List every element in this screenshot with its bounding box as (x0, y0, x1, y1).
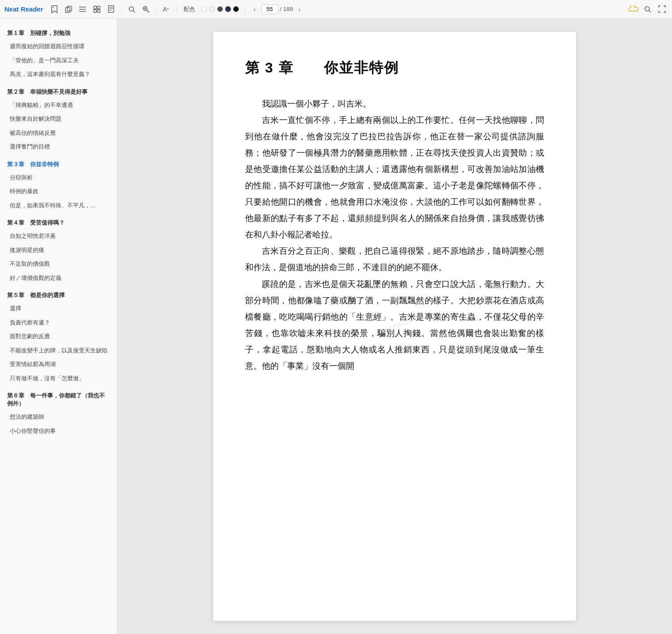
svg-line-23 (649, 11, 651, 12)
sidebar-item-15[interactable]: 選擇 (0, 302, 117, 316)
color-label: 配色 (184, 5, 195, 13)
bookmark-icon[interactable] (49, 4, 60, 15)
svg-rect-8 (94, 10, 96, 12)
app-title: Neat Reader (4, 5, 43, 13)
svg-rect-1 (65, 8, 70, 12)
copy-icon[interactable] (63, 4, 74, 15)
search-icon[interactable] (126, 4, 138, 15)
sidebar: 第１章 別碰撐，別勉強 週而復始的回饋迴路惡性循環 「管他的」是一門高深工夫 馬… (0, 19, 117, 634)
toolbar-right (628, 4, 668, 15)
sidebar-item-19[interactable]: 受害情結窮為周湖 (0, 358, 117, 372)
next-page-button[interactable]: › (295, 4, 304, 14)
grid-view-icon[interactable] (91, 4, 103, 15)
sidebar-item-14[interactable]: 好／壞價值觀的定義 (0, 271, 117, 286)
sep4 (245, 5, 246, 14)
sidebar-item-2[interactable]: 「管他的」是一門高深工夫 (0, 54, 117, 68)
sidebar-item-6[interactable]: 被高估的情緒反應 (0, 126, 117, 141)
sidebar-item-5[interactable]: 快樂來自於解決問題 (0, 112, 117, 126)
content-area: nayona.cn 第 3 章 你並非特例 我認識一個小夥子，叫吉米。 吉米一直… (117, 19, 672, 634)
sidebar-item-8[interactable]: 分辯與析 (0, 171, 117, 185)
cloud-sync-icon[interactable] (628, 4, 639, 15)
sidebar-item-20[interactable]: 只有做不做，沒有「怎麼做」 (0, 372, 117, 386)
sep3 (177, 5, 177, 14)
search2-icon[interactable] (140, 4, 152, 15)
font-size-icon[interactable]: A + (161, 4, 173, 15)
list-view-icon[interactable] (77, 4, 88, 15)
chapter5-header: 第５章 都是你的選擇 (0, 285, 117, 302)
sidebar-item-9[interactable]: 特例的暴政 (0, 185, 117, 199)
sidebar-item-4[interactable]: 「掃興貓精」的不幸遭遇 (0, 99, 117, 113)
paragraph-2: 吉米一直忙個不停，手上總有兩個以上的工作要忙。任何一天找他聊聊，問到他在做什麼，… (245, 112, 544, 243)
color-sepia[interactable] (209, 6, 215, 12)
chapter3-header: 第３章 你並非特例 (0, 154, 117, 171)
sidebar-item-16[interactable]: 負責代察有遞？ (0, 316, 117, 330)
prev-page-button[interactable]: ‹ (250, 4, 260, 14)
svg-line-15 (133, 11, 135, 12)
sep2 (156, 5, 157, 14)
page-total: 189 (283, 6, 293, 12)
svg-point-22 (645, 7, 649, 11)
main-layout: 第１章 別碰撐，別勉強 週而復始的回饋迴路惡性循環 「管他的」是一門高深工夫 馬… (0, 19, 672, 634)
paragraph-1: 我認識一個小夥子，叫吉米。 (245, 95, 544, 112)
color-dark-blue[interactable] (225, 6, 231, 12)
toolbar: Neat Reader (0, 0, 672, 19)
sidebar-item-1[interactable]: 週而復始的回饋迴路惡性循環 (0, 40, 117, 54)
paragraph-3: 吉米百分之百正向、樂觀，把自己逼得很緊，絕不原地踏步，隨時調整心態和作法，是個道… (245, 243, 544, 275)
svg-rect-2 (67, 6, 72, 11)
page-separator: / (280, 6, 282, 12)
chapter2-header: 第２章 幸福快樂不見得是好事 (0, 82, 117, 99)
search-right-icon[interactable] (642, 4, 653, 15)
sidebar-item-3[interactable]: 馬克，這本書到底有什麼意義？ (0, 68, 117, 82)
sidebar-item-13[interactable]: 不足取的價值觀 (0, 257, 117, 271)
svg-rect-9 (97, 10, 100, 12)
page-number-input[interactable]: 55 (261, 4, 278, 14)
fullscreen-icon[interactable] (656, 4, 668, 15)
paragraph-4: 蹊蹺的是，吉米也是個天花亂墜的無賴，只會空口說大話，毫無行動力。大部分時間，他都… (245, 276, 544, 374)
sidebar-item-21[interactable]: 想法的建築師 (0, 410, 117, 424)
single-page-icon[interactable] (105, 4, 117, 15)
sidebar-item-7[interactable]: 選擇奮鬥的目標 (0, 140, 117, 154)
chapter4-header: 第４章 受苦值得嗎？ (0, 213, 117, 229)
color-gray[interactable] (217, 6, 223, 12)
svg-rect-7 (97, 6, 100, 9)
svg-point-14 (129, 7, 134, 11)
color-black[interactable] (233, 6, 239, 12)
sidebar-item-17[interactable]: 面對悲劇的反應 (0, 330, 117, 344)
chapter-title: 第 3 章 你並非特例 (245, 58, 544, 78)
chapter1-header: 第１章 別碰撐，別勉強 (0, 23, 117, 40)
body-text: 我認識一個小夥子，叫吉米。 吉米一直忙個不停，手上總有兩個以上的工作要忙。任何一… (245, 95, 544, 374)
svg-text:+: + (167, 7, 169, 11)
color-white[interactable] (201, 6, 207, 12)
color-palette (201, 6, 239, 12)
sidebar-item-10[interactable]: 但是，如果我不特殊、不平凡，我活著還有… (0, 199, 106, 213)
sidebar-item-18[interactable]: 不能改變手上的牌，以及接受天生缺陷 (0, 344, 117, 358)
chapter6-header: 第６章 每一件事，你都錯了（我也不例外） (0, 386, 117, 410)
sidebar-item-12[interactable]: 搖淚明星的痛 (0, 244, 117, 258)
svg-line-17 (147, 10, 149, 12)
sidebar-item-22[interactable]: 小心你堅聲信的事 (0, 424, 117, 439)
page-navigation: ‹ 55 / 189 › (250, 4, 304, 14)
sidebar-item-11[interactable]: 自知之明恍若洋蔥 (0, 229, 117, 244)
sep1 (121, 5, 122, 14)
svg-rect-6 (94, 6, 96, 9)
page-content: nayona.cn 第 3 章 你並非特例 我認識一個小夥子，叫吉米。 吉米一直… (213, 32, 576, 621)
